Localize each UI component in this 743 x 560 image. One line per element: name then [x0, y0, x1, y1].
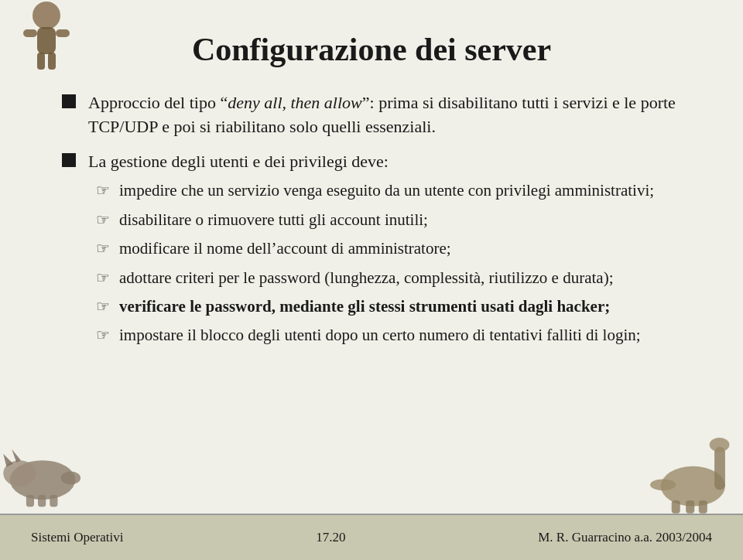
sub-bullet-4: ☞ adottare criteri per le password (lung… [96, 267, 697, 289]
finger-icon-1: ☞ [96, 181, 110, 200]
slide-content: Approccio del tipo “deny all, then allow… [62, 91, 697, 353]
sub-bullet-6: ☞ impostare il blocco degli utenti dopo … [96, 324, 697, 347]
svg-point-20 [650, 479, 676, 490]
bullet-intro-2: La gestione degli utenti e dei privilegi… [88, 150, 697, 174]
deco-bottom-right [650, 436, 743, 514]
sub-bullet-text-5: verificare le password, mediante gli ste… [119, 295, 610, 318]
footer-center: 17.20 [316, 530, 345, 545]
bullet-square-2 [62, 153, 76, 167]
bullet-text-1: Approccio del tipo “deny all, then allow… [88, 91, 697, 139]
svg-rect-5 [48, 53, 56, 70]
sub-bullet-text-4: adottare criteri per le password (lunghe… [119, 267, 613, 289]
svg-rect-12 [50, 495, 57, 507]
sub-bullet-5: ☞ verificare le password, mediante gli s… [96, 295, 697, 318]
finger-icon-5: ☞ [96, 297, 110, 316]
finger-icon-3: ☞ [96, 239, 110, 258]
italic-text: deny all, then allow [228, 93, 362, 112]
deco-top-left [0, 0, 93, 77]
bullet-item-1: Approccio del tipo “deny all, then allow… [62, 91, 697, 139]
sub-bullet-text-2: disabilitare o rimuovere tutti gli accou… [119, 209, 428, 231]
footer-right: M. R. Guarracino a.a. 2003/2004 [538, 530, 712, 545]
svg-rect-15 [714, 447, 725, 490]
finger-icon-2: ☞ [96, 210, 110, 229]
slide-title: Configurazione dei server [46, 31, 697, 68]
svg-rect-1 [37, 27, 56, 54]
finger-icon-4: ☞ [96, 268, 110, 287]
sub-bullet-1: ☞ impedire che un servizio venga eseguit… [96, 179, 697, 202]
svg-rect-18 [686, 500, 694, 514]
deco-bottom-left [0, 444, 85, 514]
svg-point-13 [61, 472, 80, 485]
svg-rect-3 [56, 29, 70, 37]
bullet-content-2: La gestione degli utenti e dei privilegi… [88, 150, 697, 353]
sub-bullet-text-3: modificare il nome dell’account di ammin… [119, 237, 451, 260]
bullet-item-2: La gestione degli utenti e dei privilegi… [62, 150, 697, 353]
svg-rect-10 [26, 495, 34, 507]
sub-bullet-2: ☞ disabilitare o rimuovere tutti gli acc… [96, 209, 697, 231]
svg-point-0 [33, 2, 60, 29]
svg-rect-2 [23, 29, 37, 37]
bullet-square-1 [62, 94, 76, 108]
svg-rect-17 [672, 500, 680, 514]
svg-rect-11 [38, 495, 46, 507]
sub-bullet-3: ☞ modificare il nome dell’account di amm… [96, 237, 697, 260]
svg-marker-9 [12, 449, 21, 463]
svg-rect-19 [699, 500, 707, 514]
sub-bullets: ☞ impedire che un servizio venga eseguit… [96, 179, 697, 347]
finger-icon-6: ☞ [96, 326, 110, 344]
footer-left: Sistemi Operativi [31, 530, 123, 545]
sub-bullet-text-1: impedire che un servizio venga eseguito … [119, 179, 654, 202]
svg-rect-4 [37, 53, 45, 70]
svg-point-16 [710, 438, 730, 452]
footer: Sistemi Operativi 17.20 M. R. Guarracino… [0, 514, 743, 560]
slide: Configurazione dei server Approccio del … [0, 0, 743, 560]
sub-bullet-text-6: impostare il blocco degli utenti dopo un… [119, 324, 641, 347]
